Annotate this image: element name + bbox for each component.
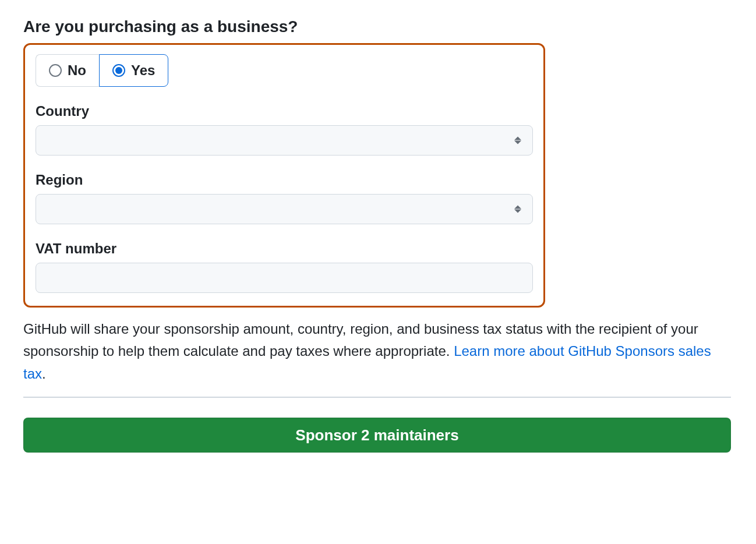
- business-details-box: No Yes Country Region VA: [23, 43, 545, 308]
- radio-dot-icon: [115, 67, 122, 74]
- vat-label: VAT number: [36, 241, 533, 257]
- divider: [23, 397, 731, 398]
- toggle-yes-label: Yes: [131, 62, 155, 79]
- toggle-no-button[interactable]: No: [36, 54, 99, 87]
- business-question-heading: Are you purchasing as a business?: [23, 17, 731, 36]
- business-toggle: No Yes: [36, 54, 168, 87]
- radio-on-icon: [112, 64, 125, 77]
- toggle-yes-button[interactable]: Yes: [99, 54, 168, 87]
- toggle-no-label: No: [68, 62, 86, 79]
- sponsor-button[interactable]: Sponsor 2 maintainers: [23, 418, 731, 453]
- vat-input[interactable]: [36, 263, 533, 293]
- info-paragraph: GitHub will share your sponsorship amoun…: [23, 318, 731, 385]
- region-label: Region: [36, 172, 533, 188]
- info-text-after: .: [42, 366, 46, 381]
- radio-off-icon: [49, 64, 62, 77]
- country-label: Country: [36, 103, 533, 119]
- country-select[interactable]: [36, 125, 533, 156]
- region-select-wrap: [36, 194, 533, 224]
- region-select[interactable]: [36, 194, 533, 224]
- country-select-wrap: [36, 125, 533, 156]
